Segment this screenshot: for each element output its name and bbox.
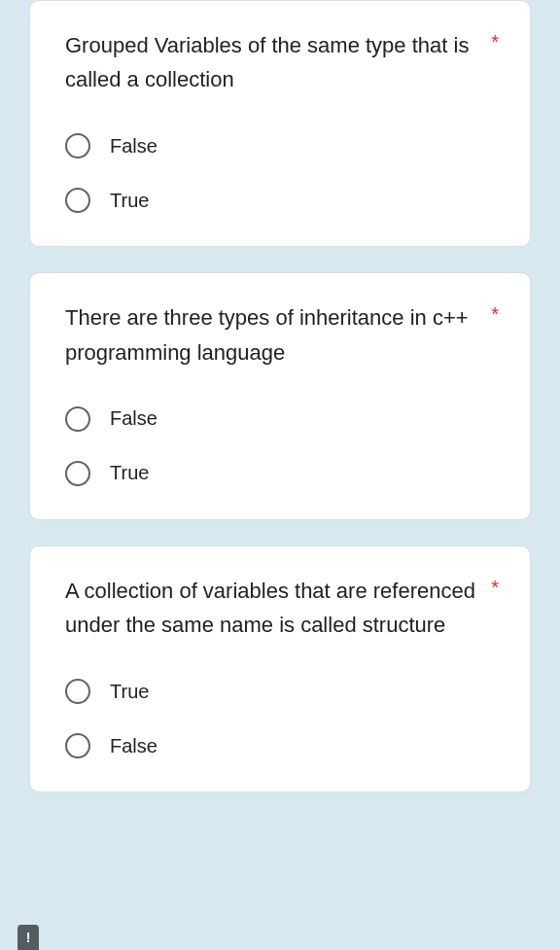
question-card-2: There are three types of inheritance in … (29, 272, 531, 519)
radio-option-true[interactable]: True (65, 461, 499, 486)
question-content: There are three types of inheritance in … (65, 300, 483, 369)
radio-option-false[interactable]: False (65, 733, 499, 758)
required-marker: * (491, 28, 499, 52)
option-label: True (110, 681, 149, 703)
radio-circle-icon (65, 133, 90, 158)
radio-option-false[interactable]: False (65, 406, 499, 432)
radio-circle-icon (65, 188, 90, 213)
radio-circle-icon (65, 733, 90, 758)
radio-circle-icon (65, 679, 90, 704)
option-label: False (110, 735, 158, 757)
question-text: There are three types of inheritance in … (65, 300, 499, 369)
question-content: Grouped Variables of the same type that … (65, 28, 483, 96)
option-label: True (110, 462, 149, 484)
required-marker: * (491, 574, 499, 597)
question-content: A collection of variables that are refer… (65, 574, 483, 642)
radio-option-true[interactable]: True (65, 679, 499, 704)
radio-option-false[interactable]: False (65, 133, 499, 158)
option-label: False (110, 135, 158, 158)
radio-circle-icon (65, 461, 90, 486)
option-label: True (110, 190, 149, 212)
required-marker: * (491, 300, 499, 324)
radio-option-true[interactable]: True (65, 188, 499, 213)
question-card-1: Grouped Variables of the same type that … (29, 0, 531, 247)
option-label: False (110, 407, 158, 430)
question-text: A collection of variables that are refer… (65, 574, 499, 642)
question-card-3: A collection of variables that are refer… (29, 545, 531, 792)
radio-circle-icon (65, 406, 90, 432)
error-toast[interactable]: ! (18, 925, 39, 950)
question-text: Grouped Variables of the same type that … (65, 28, 499, 96)
exclamation-icon: ! (26, 930, 31, 945)
